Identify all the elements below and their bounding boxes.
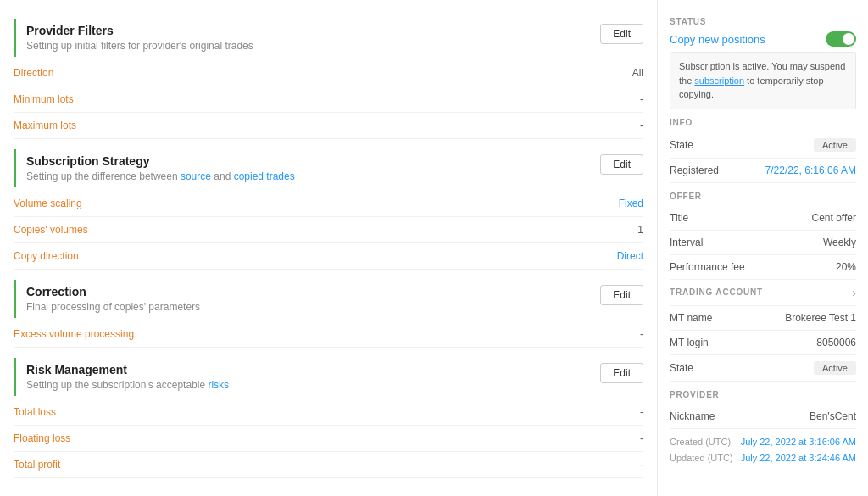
mt-name-row: MT name Brokeree Test 1 (670, 306, 856, 331)
minimum-lots-value: - (640, 93, 643, 105)
subscription-strategy-title: Subscription Strategy (26, 154, 295, 168)
status-section-title: STATUS (670, 17, 856, 26)
provider-filters-desc: Setting up initial filters for provider'… (26, 40, 253, 52)
total-loss-row: Total loss - (14, 399, 643, 426)
direction-value: All (632, 67, 643, 79)
trading-state-row: State Active (670, 355, 856, 382)
minimum-lots-label: Minimum lots (14, 93, 74, 105)
registered-row: Registered 7/22/22, 6:16:06 AM (670, 159, 856, 183)
registered-label: Registered (670, 164, 719, 176)
risk-management-title: Risk Management (26, 363, 229, 376)
risk-management-section: Risk Management Setting up the subscript… (14, 358, 643, 396)
volume-scaling-row: Volume scaling Fixed (14, 191, 643, 217)
correction-title: Correction (26, 285, 200, 298)
trading-state-badge: Active (814, 361, 856, 375)
trading-account-chevron-icon: › (852, 286, 856, 299)
risk-management-edit-button[interactable]: Edit (600, 363, 643, 383)
state-badge: Active (814, 138, 856, 152)
copies-volumes-value: 1 (637, 224, 643, 236)
mt-name-label: MT name (670, 312, 712, 324)
subscription-link[interactable]: subscription (694, 75, 744, 86)
created-value: July 22, 2022 at 3:16:06 AM (741, 434, 856, 451)
left-panel: Provider Filters Setting up initial filt… (0, 0, 658, 496)
floating-loss-value: - (640, 432, 643, 444)
copy-direction-row: Copy direction Direct (14, 243, 643, 270)
total-profit-value: - (640, 459, 643, 471)
provider-section-title: PROVIDER (670, 390, 856, 399)
registered-value: 7/22/22, 6:16:06 AM (765, 164, 856, 176)
performance-fee-row: Performance fee 20% (670, 255, 856, 280)
provider-filters-edit-button[interactable]: Edit (600, 24, 643, 44)
source-link[interactable]: source (181, 170, 211, 182)
offer-title-label: Title (670, 212, 688, 224)
offer-title-value: Cent offer (812, 212, 856, 224)
created-label: Created (UTC) (670, 434, 731, 451)
direction-row: Direction All (14, 60, 643, 86)
right-panel: STATUS Copy new positions Subscription i… (658, 0, 868, 496)
performance-fee-value: 20% (836, 261, 856, 273)
excess-volume-label: Excess volume processing (14, 328, 134, 340)
correction-section: Correction Final processing of copies' p… (14, 280, 643, 318)
excess-volume-row: Excess volume processing - (14, 321, 643, 348)
risks-link[interactable]: risks (208, 379, 229, 391)
copies-volumes-row: Copies' volumes 1 (14, 217, 643, 243)
created-row: Created (UTC) July 22, 2022 at 3:16:06 A… (670, 434, 856, 451)
copied-link[interactable]: copied trades (234, 170, 295, 182)
subscription-strategy-section: Subscription Strategy Setting up the dif… (14, 149, 643, 187)
copy-new-positions-toggle[interactable] (826, 31, 856, 47)
copy-new-positions-row: Copy new positions (670, 31, 856, 47)
subscription-strategy-desc: Setting up the difference between source… (26, 170, 295, 182)
interval-row: Interval Weekly (670, 231, 856, 255)
info-section-title: INFO (670, 118, 856, 127)
total-loss-label: Total loss (14, 406, 56, 418)
trading-state-label: State (670, 362, 693, 374)
timestamps: Created (UTC) July 22, 2022 at 3:16:06 A… (670, 434, 856, 468)
state-row: State Active (670, 132, 856, 159)
mt-login-row: MT login 8050006 (670, 331, 856, 355)
maximum-lots-value: - (640, 120, 643, 131)
mt-login-label: MT login (670, 337, 709, 348)
provider-filters-section: Provider Filters Setting up initial filt… (14, 19, 643, 57)
floating-loss-label: Floating loss (14, 432, 70, 444)
subscription-info-box: Subscription is active. You may suspend … (670, 52, 856, 109)
volume-scaling-value: Fixed (619, 198, 643, 209)
updated-value: July 22, 2022 at 3:24:46 AM (741, 450, 856, 467)
risk-management-desc: Setting up the subscription's acceptable… (26, 379, 229, 391)
excess-volume-value: - (640, 328, 643, 340)
provider-filters-title: Provider Filters (26, 24, 253, 37)
updated-label: Updated (UTC) (670, 450, 733, 467)
minimum-lots-row: Minimum lots - (14, 86, 643, 113)
mt-name-value: Brokeree Test 1 (785, 312, 856, 324)
copies-volumes-label: Copies' volumes (14, 224, 88, 236)
nickname-row: Nickname Ben'sCent (670, 404, 856, 429)
total-profit-row: Total profit - (14, 452, 643, 478)
correction-desc: Final processing of copies' parameters (26, 301, 200, 313)
state-label: State (670, 139, 693, 151)
total-profit-label: Total profit (14, 459, 60, 471)
interval-value: Weekly (823, 237, 856, 248)
interval-label: Interval (670, 237, 703, 248)
updated-row: Updated (UTC) July 22, 2022 at 3:24:46 A… (670, 450, 856, 467)
total-loss-value: - (640, 406, 643, 418)
direction-label: Direction (14, 67, 53, 79)
floating-loss-row: Floating loss - (14, 426, 643, 452)
copy-direction-label: Copy direction (14, 250, 79, 262)
copy-new-positions-label: Copy new positions (670, 33, 765, 46)
copy-direction-value: Direct (617, 250, 643, 262)
mt-login-value: 8050006 (816, 337, 856, 348)
trading-account-title: TRADING ACCOUNT (670, 287, 763, 297)
volume-scaling-label: Volume scaling (14, 198, 82, 209)
maximum-lots-label: Maximum lots (14, 120, 76, 131)
trading-account-header[interactable]: TRADING ACCOUNT › (670, 280, 856, 306)
maximum-lots-row: Maximum lots - (14, 113, 643, 139)
correction-edit-button[interactable]: Edit (600, 285, 643, 305)
subscription-strategy-edit-button[interactable]: Edit (600, 154, 643, 175)
nickname-label: Nickname (670, 410, 715, 422)
title-row: Title Cent offer (670, 206, 856, 231)
nickname-value: Ben'sCent (810, 410, 856, 422)
offer-section-title: OFFER (670, 192, 856, 201)
performance-fee-label: Performance fee (670, 261, 745, 273)
